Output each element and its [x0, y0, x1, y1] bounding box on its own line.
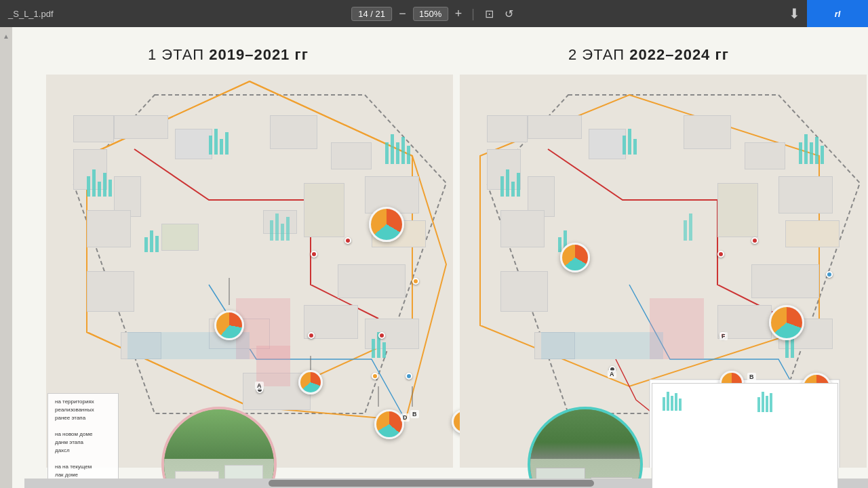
filename-label: _S_L_1.pdf — [8, 9, 54, 19]
green-bar — [785, 339, 789, 358]
stage1-heading: 1 ЭТАП 2019–2021 гг — [148, 46, 309, 64]
green-bar — [281, 224, 284, 241]
rotate-button[interactable]: ↺ — [501, 7, 517, 20]
map-pin-red3 — [378, 332, 385, 339]
green-bar — [558, 237, 561, 252]
scroll-strip: ▲ — [0, 27, 12, 488]
page-number-display[interactable]: 14 / 21 — [351, 7, 392, 21]
green-bar — [225, 132, 229, 155]
green-bar — [214, 129, 218, 155]
map2-background: A F B D — [460, 75, 867, 468]
green-bar — [663, 397, 665, 411]
green-bar — [506, 169, 509, 197]
map-pin-orange1 — [372, 373, 378, 380]
green-bar — [679, 399, 682, 411]
label-d: D — [401, 413, 410, 422]
green-bar — [396, 142, 399, 164]
download-button[interactable]: ⬇ — [789, 5, 800, 22]
pie-marker2-r — [769, 305, 804, 340]
map-pin-orange2 — [412, 278, 419, 285]
green-bar — [675, 393, 677, 411]
building — [87, 210, 131, 247]
zoom-in-button[interactable]: + — [452, 7, 465, 20]
building — [87, 271, 134, 312]
green-bar — [821, 146, 824, 164]
toolbar: _S_L_1.pdf 14 / 21 − 150% + | ⊡ ↺ rI ⬇ — [0, 0, 868, 27]
content-area: ▲ 1 ЭТАП 2019–2021 гг 2 ЭТАП 2022–2024 г… — [0, 27, 868, 488]
building — [487, 115, 528, 142]
green-bar — [407, 146, 410, 164]
green-bar — [762, 392, 764, 412]
green-bar — [500, 176, 504, 197]
building — [778, 176, 833, 214]
green-bar — [799, 142, 802, 164]
green-bar — [633, 139, 637, 155]
green-bar — [517, 173, 520, 197]
blue-zone — [541, 332, 663, 359]
green-bar — [385, 142, 389, 164]
map-pin-blue1 — [406, 373, 412, 380]
green-bar — [623, 136, 626, 155]
green-bar — [671, 396, 673, 411]
photo-circle-1 — [161, 407, 277, 488]
green-bar — [92, 169, 96, 197]
building — [338, 264, 406, 298]
legend-text: на территорияхреализованныхранее этапа н… — [55, 398, 111, 488]
building — [500, 271, 548, 312]
stage2-years: 2022–2024 гг — [629, 46, 729, 63]
green-bar — [144, 237, 148, 252]
green-bar — [804, 134, 808, 164]
stage1-years: 2019–2021 гг — [209, 46, 309, 63]
green-bar — [382, 342, 386, 358]
action-button[interactable]: rI — [807, 0, 868, 27]
label2-a: A — [608, 370, 616, 378]
map-pin-red2 — [311, 251, 317, 258]
map-pin-red1 — [344, 237, 351, 244]
green-bar — [770, 393, 772, 412]
green-bar — [150, 230, 153, 252]
green-bar — [766, 396, 768, 412]
map-pin2-blue1 — [826, 271, 833, 278]
green-bar — [372, 339, 375, 358]
scroll-up-indicator: ▲ — [3, 33, 9, 40]
green-bar — [108, 180, 112, 197]
stage1-prefix: 1 ЭТАП — [148, 46, 209, 63]
map2: A F B D — [460, 75, 867, 468]
green-bar — [689, 214, 692, 241]
page-controls: 14 / 21 − 150% + | ⊡ ↺ — [351, 7, 517, 21]
green-bar — [810, 142, 813, 164]
building — [270, 115, 317, 149]
green-bar — [98, 182, 101, 197]
green-bar — [103, 173, 106, 197]
pie-marker-left — [214, 310, 244, 340]
pdf-page: 1 ЭТАП 2019–2021 гг 2 ЭТАП 2022–2024 гг — [12, 27, 868, 488]
building — [684, 115, 731, 149]
pie-marker-a — [298, 370, 323, 394]
green-bar — [220, 139, 223, 155]
label-a: A — [255, 382, 264, 390]
building — [331, 142, 372, 169]
green-bar — [155, 236, 159, 252]
stage2-heading: 2 ЭТАП 2022–2024 гг — [568, 46, 729, 64]
pie-marker-top — [369, 207, 404, 242]
label2-f: F — [719, 332, 728, 340]
zoom-level-display[interactable]: 150% — [413, 7, 448, 21]
green-bar — [757, 397, 760, 412]
building — [500, 210, 545, 247]
building — [589, 129, 626, 159]
building — [785, 220, 840, 247]
map-pin-red4 — [308, 332, 315, 339]
map-pin2-red2 — [717, 251, 724, 258]
map1-background: A B C D на террит — [46, 75, 453, 468]
fit-page-button[interactable]: ⊡ — [481, 7, 497, 20]
green-bar — [270, 220, 273, 241]
building — [161, 224, 199, 251]
building — [263, 210, 297, 234]
building — [745, 142, 785, 169]
legend-box: на территорияхреализованныхранее этапа н… — [47, 393, 119, 488]
green-bar — [511, 182, 515, 197]
green-bar — [667, 392, 669, 411]
zoom-out-button[interactable]: − — [396, 7, 409, 20]
scrollbar-thumb[interactable] — [269, 480, 594, 487]
green-bar — [286, 217, 290, 241]
